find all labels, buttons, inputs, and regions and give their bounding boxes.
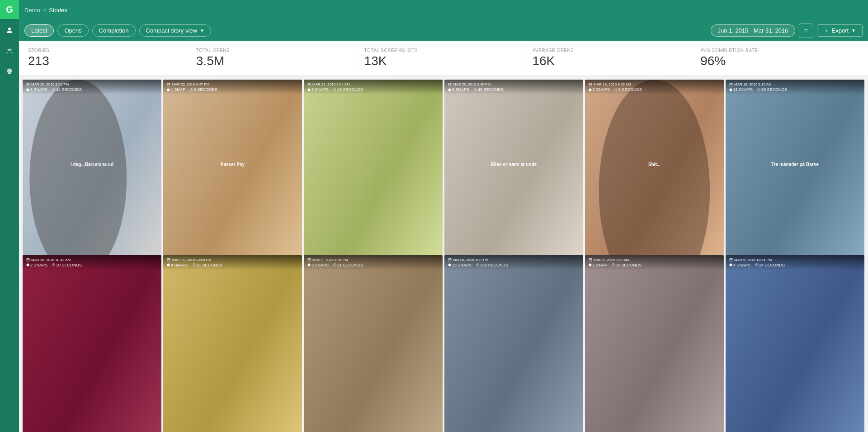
card-meta: 2 SNAPS 10 SECONDS bbox=[26, 263, 158, 267]
card-header: MAR 22, 2016 8:04 AM 8 SNAPS 48 SECONDS bbox=[304, 80, 443, 95]
tab-opens[interactable]: Opens bbox=[57, 24, 88, 37]
card-date: MAR 22, 2016 4:47 PM bbox=[167, 82, 298, 86]
story-card[interactable]: MAR 9, 2016 4:36 PM 3 SNAPS 21 SECONDS bbox=[304, 255, 443, 432]
breadcrumb-current: Stories bbox=[49, 7, 67, 14]
svg-rect-6 bbox=[27, 83, 29, 86]
card-meta: 6 SNAPS 42 SECONDS bbox=[26, 87, 158, 92]
svg-text:Tre måneder på Barse: Tre måneder på Barse bbox=[771, 162, 819, 167]
toolbar-right: Jun 1, 2015 - Mar 31, 2016 ≡ Export ▼ bbox=[711, 24, 863, 38]
card-date: MAR 22, 2016 8:04 AM bbox=[307, 82, 439, 86]
svg-rect-59 bbox=[27, 258, 29, 261]
card-header: MAR 9, 2016 4:36 PM 3 SNAPS 21 SECONDS bbox=[304, 255, 443, 270]
tab-completion[interactable]: Completion bbox=[92, 24, 136, 37]
sidebar-item-user[interactable] bbox=[0, 21, 19, 40]
breadcrumb: Demo > Stories bbox=[24, 7, 67, 14]
svg-rect-58 bbox=[23, 255, 161, 432]
svg-point-0 bbox=[8, 28, 11, 30]
stat-avg-completion: AVG COMPLETION RATE 96% bbox=[691, 46, 859, 70]
card-header: MAR 18, 2016 9:15 AM 11 SNAPS 88 SECONDS bbox=[726, 80, 864, 95]
svg-rect-91 bbox=[589, 258, 592, 261]
logo[interactable]: G bbox=[0, 0, 19, 19]
card-header: MAR 6, 2016 7:47 AM 1 SNAP 10 SECONDS bbox=[585, 255, 724, 270]
svg-rect-23 bbox=[308, 83, 311, 86]
stat-total-screenshots: TOTAL SCREENSHOTS 13K bbox=[355, 46, 524, 70]
card-date: MAR 9, 2016 4:36 PM bbox=[307, 258, 439, 262]
main-content: Demo > Stories Latest Opens Completion C… bbox=[19, 0, 868, 432]
card-date: MAR 18, 2016 9:15 AM bbox=[729, 82, 861, 86]
card-header: MAR 16, 2016 10:42 AM 2 SNAPS 10 SECONDS bbox=[23, 255, 161, 270]
svg-rect-74 bbox=[304, 255, 443, 432]
svg-rect-83 bbox=[448, 258, 451, 261]
export-button[interactable]: Export ▼ bbox=[817, 24, 863, 37]
card-header: MAR 19, 2016 9:03 AM 2 SNAPS 6 SECONDS bbox=[585, 80, 724, 95]
card-meta: 1 SNAP 10 SECONDS bbox=[589, 263, 720, 267]
svg-point-1 bbox=[8, 49, 10, 51]
svg-text:I dag...Barcelona ud: I dag...Barcelona ud bbox=[71, 162, 113, 167]
card-date: MAR 11, 2016 12:20 PM bbox=[167, 258, 298, 262]
svg-rect-82 bbox=[444, 255, 583, 432]
stat-stories: STORIES 213 bbox=[28, 46, 187, 70]
tab-latest[interactable]: Latest bbox=[24, 24, 54, 37]
story-card[interactable]: MAR 11, 2016 12:20 PM 4 SNAPS 31 SECONDS bbox=[163, 255, 302, 432]
stat-total-opens: TOTAL OPENS 3.5M bbox=[187, 46, 355, 70]
card-meta: 4 SNAPS 24 SECONDS bbox=[729, 263, 861, 267]
svg-rect-51 bbox=[730, 83, 732, 86]
card-header: MAR 6, 2016 3:17 PM 15 SNAPS 132 SECONDS bbox=[444, 255, 583, 270]
story-card[interactable]: MAR 6, 2016 3:17 PM 15 SNAPS 132 SECONDS bbox=[444, 255, 583, 432]
card-header: MAR 11, 2016 12:20 PM 4 SNAPS 31 SECONDS bbox=[163, 255, 302, 270]
card-meta: 2 SNAPS 6 SECONDS bbox=[589, 87, 720, 92]
menu-icon-button[interactable]: ≡ bbox=[799, 24, 813, 38]
top-nav: Demo > Stories bbox=[19, 0, 868, 20]
card-meta: 3 SNAPS 21 SECONDS bbox=[307, 263, 439, 267]
view-dropdown-button[interactable]: Compact story view ▼ bbox=[139, 24, 211, 37]
stories-grid: I dag...Barcelona ud MAR 30, 2016 3:56 P… bbox=[19, 76, 868, 432]
stat-avg-opens: AVERAGE OPENS 16K bbox=[523, 46, 691, 70]
card-meta: 1 SNAP 6 SECONDS bbox=[167, 87, 298, 92]
card-header: MAR 22, 2016 4:47 PM 1 SNAP 6 SECONDS bbox=[163, 80, 302, 95]
story-card[interactable]: MAR 5, 2016 12:34 PM 4 SNAPS 24 SECONDS bbox=[726, 255, 864, 432]
sidebar: G bbox=[0, 0, 19, 432]
stats-bar: STORIES 213 TOTAL OPENS 3.5M TOTAL SCREE… bbox=[19, 41, 868, 76]
toolbar: Latest Opens Completion Compact story vi… bbox=[19, 20, 868, 41]
story-card[interactable]: MAR 16, 2016 10:42 AM 2 SNAPS 10 SECONDS bbox=[23, 255, 161, 432]
sidebar-item-team[interactable] bbox=[0, 42, 19, 61]
svg-text:Ellen er næm at unde: Ellen er næm at unde bbox=[491, 162, 537, 167]
card-meta: 8 SNAPS 48 SECONDS bbox=[307, 87, 439, 92]
card-date: MAR 30, 2016 3:56 PM bbox=[26, 82, 158, 86]
sidebar-item-ideas[interactable] bbox=[0, 62, 19, 81]
svg-rect-66 bbox=[163, 255, 302, 432]
svg-rect-75 bbox=[308, 258, 311, 261]
svg-text:Shit...: Shit... bbox=[648, 162, 660, 167]
svg-point-4 bbox=[29, 80, 127, 277]
card-date: MAR 19, 2016 9:03 AM bbox=[589, 82, 720, 86]
card-date: MAR 16, 2016 10:42 AM bbox=[26, 258, 158, 262]
card-date: MAR 5, 2016 12:34 PM bbox=[729, 258, 861, 262]
svg-rect-67 bbox=[167, 258, 170, 261]
breadcrumb-separator: > bbox=[43, 7, 47, 14]
svg-rect-15 bbox=[167, 83, 170, 86]
card-meta: 15 SNAPS 132 SECONDS bbox=[448, 263, 580, 267]
card-meta: 5 SNAPS 49 SECONDS bbox=[448, 87, 580, 92]
svg-rect-42 bbox=[589, 83, 592, 86]
card-meta: 4 SNAPS 31 SECONDS bbox=[167, 263, 298, 267]
card-header: MAR 20, 2016 2:45 PM 5 SNAPS 49 SECONDS bbox=[444, 80, 583, 95]
svg-rect-98 bbox=[726, 255, 864, 432]
breadcrumb-parent[interactable]: Demo bbox=[24, 7, 40, 14]
svg-rect-99 bbox=[730, 258, 732, 261]
card-date: MAR 6, 2016 3:17 PM bbox=[448, 258, 580, 262]
svg-text:Passer Psy: Passer Psy bbox=[221, 162, 245, 167]
story-card[interactable]: MAR 6, 2016 7:47 AM 1 SNAP 10 SECONDS bbox=[585, 255, 724, 432]
card-header: MAR 5, 2016 12:34 PM 4 SNAPS 24 SECONDS bbox=[726, 255, 864, 270]
date-range-button[interactable]: Jun 1, 2015 - Mar 31, 2016 bbox=[711, 24, 795, 37]
card-date: MAR 6, 2016 7:47 AM bbox=[589, 258, 720, 262]
svg-rect-90 bbox=[585, 255, 724, 432]
svg-rect-32 bbox=[448, 83, 451, 86]
card-meta: 11 SNAPS 88 SECONDS bbox=[729, 87, 861, 92]
card-header: MAR 30, 2016 3:56 PM 6 SNAPS 42 SECONDS bbox=[23, 80, 161, 95]
svg-point-2 bbox=[9, 49, 12, 51]
card-date: MAR 20, 2016 2:45 PM bbox=[448, 82, 580, 86]
